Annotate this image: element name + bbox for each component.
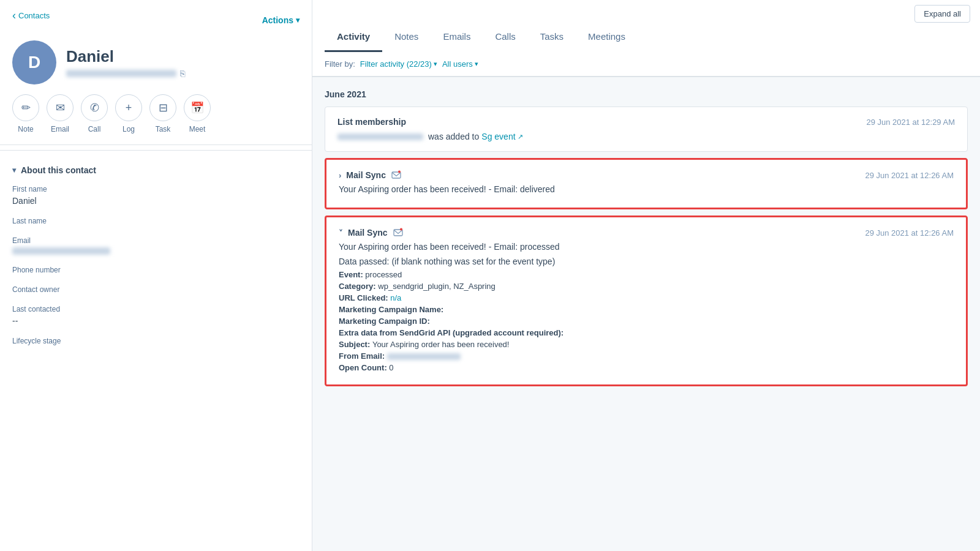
- copy-icon[interactable]: ⎘: [180, 69, 185, 78]
- tab-activity[interactable]: Activity: [325, 23, 382, 52]
- left-header: Contacts Actions D Daniel ⎘ ✏ Note: [0, 0, 312, 145]
- expand-row: Expand all: [312, 0, 980, 23]
- event-value: processed: [365, 270, 402, 279]
- mail-sync-expanded-icon: [393, 227, 404, 238]
- from-email-row: From Email:: [339, 351, 954, 361]
- field-first-name: First name Daniel: [12, 185, 300, 206]
- expand-all-button[interactable]: Expand all: [914, 5, 970, 23]
- tabs-row: Activity Notes Emails Calls Tasks Meetin…: [312, 23, 980, 52]
- open-count-label: Open Count:: [339, 363, 389, 372]
- field-last-name: Last name: [12, 217, 300, 225]
- back-link[interactable]: Contacts: [12, 10, 50, 21]
- task-button[interactable]: ⊟ Task: [149, 94, 176, 133]
- section-month: June 2021: [325, 89, 968, 99]
- lifecycle-label: Lifecycle stage: [12, 337, 300, 345]
- mail-sync-icon: [391, 170, 402, 181]
- campaign-name-row: Marketing Campaign Name:: [339, 305, 954, 314]
- contact-email-row: ⎘: [66, 69, 185, 78]
- field-last-contacted: Last contacted --: [12, 305, 300, 326]
- filter-users-button[interactable]: All users: [442, 59, 478, 69]
- log-icon: +: [115, 94, 142, 121]
- category-value: wp_sendgrid_plugin, NZ_Aspring: [378, 282, 496, 291]
- subject-label: Subject:: [339, 340, 372, 349]
- mail-sync-expanded-title-text: Mail Sync: [348, 228, 388, 238]
- content-area: June 2021 List membership 29 Jun 2021 at…: [312, 77, 980, 551]
- email-blurred-lm: [337, 133, 423, 140]
- first-name-label: First name: [12, 185, 300, 193]
- note-icon: ✏: [12, 94, 39, 121]
- event-label: Event:: [339, 270, 365, 279]
- meet-button[interactable]: 📅 Meet: [184, 94, 211, 133]
- meet-label: Meet: [189, 125, 206, 133]
- filter-bar: Filter by: Filter activity (22/23) All u…: [312, 52, 980, 77]
- avatar: D: [12, 40, 56, 84]
- about-header[interactable]: ▾ About this contact: [12, 165, 300, 175]
- meet-icon: 📅: [184, 94, 211, 121]
- contact-name: Daniel: [66, 47, 185, 66]
- chevron-down-icon-expanded[interactable]: ˅: [339, 228, 343, 238]
- svg-rect-0: [392, 172, 401, 178]
- log-label: Log: [123, 125, 135, 133]
- mail-sync-collapsed-body: Your Aspiring order has been received! -…: [339, 184, 954, 194]
- right-panel: Expand all Activity Notes Emails Calls T…: [312, 0, 980, 551]
- email-icon: ✉: [47, 94, 74, 121]
- mail-sync-expanded-body: Your Aspiring order has been received! -…: [339, 242, 954, 372]
- mail-sync-collapsed-header: › Mail Sync 29 Jun 2021 at 12:26 AM: [339, 170, 954, 181]
- note-label: Note: [18, 125, 33, 133]
- category-label: Category:: [339, 282, 378, 291]
- campaign-id-label: Marketing Campaign ID:: [339, 317, 430, 326]
- tab-tasks[interactable]: Tasks: [528, 23, 576, 52]
- divider: [0, 150, 312, 151]
- field-lifecycle: Lifecycle stage: [12, 337, 300, 345]
- task-label: Task: [156, 125, 171, 133]
- mail-sync-title-text: Mail Sync: [346, 170, 386, 180]
- svg-point-3: [400, 228, 402, 231]
- tab-emails[interactable]: Emails: [431, 23, 483, 52]
- first-name-value: Daniel: [12, 196, 300, 206]
- call-label: Call: [88, 125, 101, 133]
- url-clicked-value: n/a: [390, 293, 401, 302]
- open-count-value: 0: [389, 363, 393, 372]
- category-row: Category: wp_sendgrid_plugin, NZ_Aspring: [339, 282, 954, 291]
- tab-meetings[interactable]: Meetings: [576, 23, 638, 52]
- field-contact-owner: Contact owner: [12, 285, 300, 294]
- chevron-right-icon[interactable]: ›: [339, 171, 341, 180]
- call-button[interactable]: ✆ Call: [81, 94, 108, 133]
- list-membership-body: was added to Sg event: [337, 132, 955, 141]
- extra-data-label: Extra data from SendGrid API (upgraded a…: [339, 328, 564, 337]
- campaign-id-row: Marketing Campaign ID:: [339, 317, 954, 326]
- note-button[interactable]: ✏ Note: [12, 94, 39, 133]
- filter-activity-button[interactable]: Filter activity (22/23): [360, 59, 437, 69]
- action-buttons-row: ✏ Note ✉ Email ✆ Call + Log ⊟ Task: [12, 94, 300, 133]
- extra-data-row: Extra data from SendGrid API (upgraded a…: [339, 328, 954, 337]
- added-text: was added to: [428, 132, 479, 141]
- from-email-label: From Email:: [339, 351, 387, 361]
- mail-sync-collapsed-text: Your Aspiring order has been received! -…: [339, 184, 954, 194]
- log-button[interactable]: + Log: [115, 94, 142, 133]
- sg-event-link[interactable]: Sg event: [481, 132, 522, 141]
- list-membership-header: List membership 29 Jun 2021 at 12:29 AM: [337, 117, 955, 127]
- field-email: Email: [12, 236, 300, 255]
- tab-notes[interactable]: Notes: [382, 23, 431, 52]
- mail-sync-collapsed-timestamp: 29 Jun 2021 at 12:26 AM: [865, 171, 954, 180]
- left-panel: Contacts Actions D Daniel ⎘ ✏ Note: [0, 0, 312, 551]
- filter-by-label: Filter by:: [325, 59, 355, 69]
- last-contacted-label: Last contacted: [12, 305, 300, 313]
- event-row: Event: processed: [339, 270, 954, 279]
- mail-sync-expanded-title: ˅ Mail Sync: [339, 227, 404, 238]
- mail-sync-expanded-header: ˅ Mail Sync 29 Jun 2021 at 12:26 AM: [339, 227, 954, 238]
- actions-button[interactable]: Actions: [262, 15, 300, 25]
- tab-calls[interactable]: Calls: [483, 23, 527, 52]
- email-button[interactable]: ✉ Email: [47, 94, 74, 133]
- mail-sync-collapsed-title: › Mail Sync: [339, 170, 402, 181]
- subject-value: Your Aspiring order has been received!: [372, 340, 510, 349]
- subject-row: Subject: Your Aspiring order has been re…: [339, 340, 954, 349]
- mail-sync-card-expanded: ˅ Mail Sync 29 Jun 2021 at 12:26 AM: [325, 216, 968, 386]
- task-icon: ⊟: [149, 94, 176, 121]
- from-email-blurred: [387, 353, 461, 360]
- mail-sync-card-collapsed: › Mail Sync 29 Jun 2021 at 12:26 AM: [325, 158, 968, 209]
- right-header: Expand all Activity Notes Emails Calls T…: [312, 0, 980, 77]
- url-clicked-row: URL Clicked: n/a: [339, 293, 954, 302]
- list-membership-card: List membership 29 Jun 2021 at 12:29 AM …: [325, 107, 968, 152]
- call-icon: ✆: [81, 94, 108, 121]
